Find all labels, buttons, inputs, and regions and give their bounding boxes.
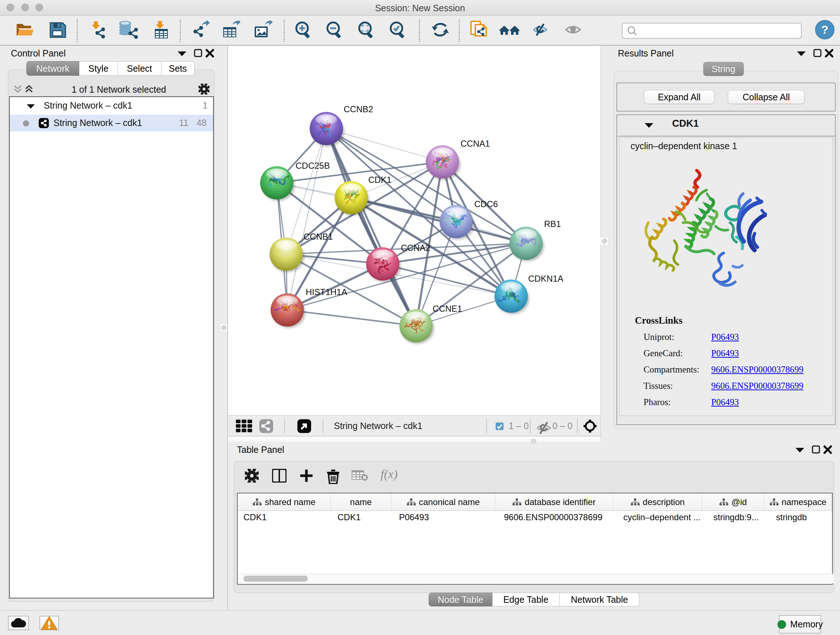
svg-text:CCNB2: CCNB2 [344,104,373,114]
svg-text:CDK1: CDK1 [368,175,392,185]
svg-text:RB1: RB1 [544,219,561,229]
svg-text:CCNE1: CCNE1 [433,304,462,314]
svg-text:CDC6: CDC6 [474,199,498,209]
svg-text:HIST1H1A: HIST1H1A [306,287,347,297]
svg-text:CCNB1: CCNB1 [303,232,333,241]
svg-text:CDC25B: CDC25B [295,161,330,171]
svg-text:CCNA2: CCNA2 [401,243,430,253]
svg-text:?: ? [821,23,829,36]
svg-text:CDKN1A: CDKN1A [528,274,563,283]
svg-text:CCNA1: CCNA1 [461,139,490,149]
